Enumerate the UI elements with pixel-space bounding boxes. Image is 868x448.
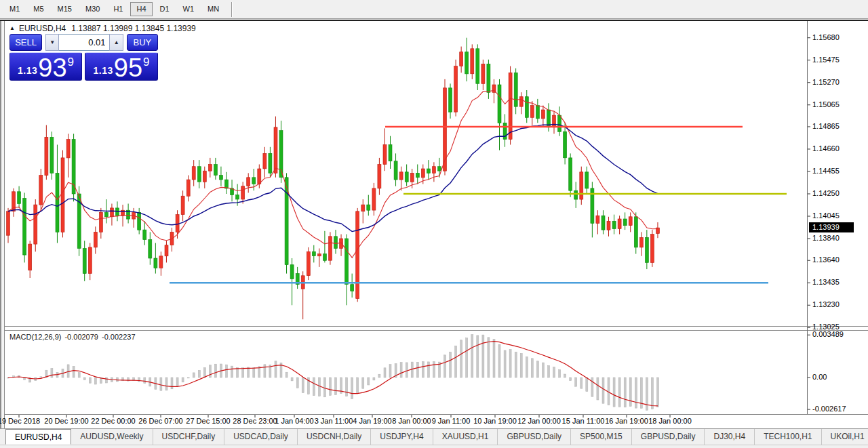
price-axis-label: 1.13640 xyxy=(812,256,840,264)
chart-tab-audusd-weekly[interactable]: AUDUSD,Weekly xyxy=(71,429,153,445)
buy-button[interactable]: BUY xyxy=(127,34,158,51)
price-axis-label: 1.13435 xyxy=(812,278,840,286)
price-axis-label: 1.15475 xyxy=(812,56,840,64)
chart-title: ▲EURUSD,H41.13887 1.13989 1.13845 1.1393… xyxy=(9,24,196,33)
chart-tab-usdjpy-h4[interactable]: USDJPY,H4 xyxy=(371,429,433,445)
chart-tab-bar: EURUSD,H4AUDUSD,WeeklyUSDCHF,DailyUSDCAD… xyxy=(0,428,868,445)
date-axis-label: 4 Jan 19:00 xyxy=(353,417,392,425)
macd-axis-label: -0.002617 xyxy=(812,405,846,413)
chart-tab-usdcad-daily[interactable]: USDCAD,Daily xyxy=(224,429,298,445)
ask-price-prefix: 1.13 xyxy=(94,65,113,76)
status-strip xyxy=(0,445,868,448)
ask-price-pips: 95 xyxy=(114,58,142,78)
bid-price-display[interactable]: 1.13 93 9 xyxy=(9,52,82,81)
date-axis-label: 9 Jan 11:00 xyxy=(432,417,471,425)
bid-price-prefix: 1.13 xyxy=(18,65,37,76)
date-axis-label: 18 Jan 00:00 xyxy=(648,417,692,425)
mt4-terminal: M1M5M15M30H1H4D1W1MN ▲EURUSD,H41.13887 1… xyxy=(0,0,868,448)
date-axis-label: 20 Dec 19:00 xyxy=(44,417,88,425)
bid-price-point: 9 xyxy=(68,56,74,68)
ask-price-point: 9 xyxy=(143,56,149,68)
chart-tab-tech100-h1[interactable]: TECH100,H1 xyxy=(755,429,821,445)
price-axis-label: 1.14045 xyxy=(812,211,840,220)
volume-decrease-button[interactable]: ▼ xyxy=(45,34,59,51)
chart-tab-eurusd-h4[interactable]: EURUSD,H4 xyxy=(5,429,71,445)
ask-price-display[interactable]: 1.13 95 9 xyxy=(85,52,158,81)
price-axis-label: 1.14250 xyxy=(812,189,840,197)
chart-tab-usdcnh-daily[interactable]: USDCNH,Daily xyxy=(298,429,371,445)
price-axis-label: 1.15065 xyxy=(812,100,840,108)
date-axis-label: 12 Jan 00:00 xyxy=(517,417,561,425)
bid-price-pips: 93 xyxy=(38,58,66,78)
price-axis-label: 1.15680 xyxy=(812,33,840,41)
price-axis-label: 1.15270 xyxy=(812,78,840,86)
chart-symbol-timeframe: EURUSD,H4 xyxy=(19,24,66,33)
macd-main-value: -0.002079 xyxy=(64,333,98,341)
chart-tab-usdchf-daily[interactable]: USDCHF,Daily xyxy=(153,429,225,445)
macd-indicator-label: MACD(12,26,9)-0.002079-0.002237 xyxy=(9,333,139,341)
date-axis-label: 19 Dec 2018 xyxy=(0,417,40,425)
chart-tab-sp500-m15[interactable]: SP500,M15 xyxy=(571,429,632,445)
volume-increase-button[interactable]: ▲ xyxy=(109,34,123,51)
date-axis-label: 16 Jan 19:00 xyxy=(605,417,648,425)
date-axis-label: 26 Dec 07:00 xyxy=(138,417,182,425)
date-axis-label: 27 Dec 15:00 xyxy=(186,417,230,425)
date-axis-label: 28 Dec 23:00 xyxy=(233,417,277,425)
chart-ohlc-values: 1.13887 1.13989 1.13845 1.13939 xyxy=(71,24,196,33)
macd-axis-label: 0.00 xyxy=(812,373,827,381)
chart-tab-gbpusd-daily[interactable]: GBPUSD,Daily xyxy=(498,429,571,445)
macd-axis-label: 0.003489 xyxy=(812,330,844,338)
price-axis-label: 1.14660 xyxy=(812,144,840,152)
volume-input[interactable] xyxy=(59,34,109,51)
sell-button[interactable]: SELL xyxy=(9,34,42,51)
date-axis-label: 3 Jan 11:00 xyxy=(315,417,353,425)
current-price-tag: 1.13939 xyxy=(809,222,854,232)
macd-name: MACD(12,26,9) xyxy=(9,333,61,341)
date-axis-label: 10 Jan 19:00 xyxy=(473,417,517,425)
date-axis-label: 15 Jan 11:00 xyxy=(562,417,605,425)
collapse-arrow-icon[interactable]: ▲ xyxy=(9,25,15,31)
window-splitter[interactable] xyxy=(0,21,5,445)
chart-tab-ukoil-h1[interactable]: UKOil,H1 xyxy=(822,429,868,445)
chart-tab-gbpusd-daily[interactable]: GBPUSD,Daily xyxy=(632,429,705,445)
one-click-trade-panel: SELL ▼ ▲ BUY 1.13 93 9 1.13 95 9 xyxy=(9,34,158,81)
price-axis-label: 1.13840 xyxy=(812,234,840,242)
price-axis-label: 1.14455 xyxy=(812,167,840,175)
price-axis-label: 1.13230 xyxy=(812,300,840,308)
price-axis-label: 1.14865 xyxy=(812,122,840,130)
date-axis-label: 8 Jan 00:00 xyxy=(392,417,431,425)
chart-tab-xauusd-h1[interactable]: XAUUSD,H1 xyxy=(433,429,498,445)
macd-signal-value: -0.002237 xyxy=(102,333,136,341)
date-axis-label: 1 Jan 04:00 xyxy=(275,417,314,425)
date-axis-label: 22 Dec 00:00 xyxy=(91,417,135,425)
chart-tab-dj30-h4[interactable]: DJ30,H4 xyxy=(705,429,755,445)
